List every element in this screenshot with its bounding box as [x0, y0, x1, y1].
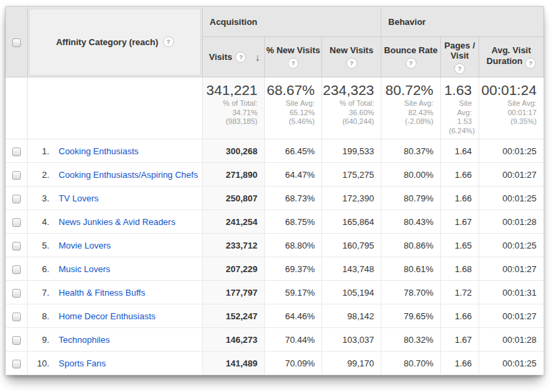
category-link[interactable]: Home Decor Enthusiasts — [59, 311, 156, 321]
table-row: 3.TV Lovers 250,807 68.73% 172,390 80.79… — [6, 187, 544, 210]
avg-visit-duration-cell: 00:01:28 — [479, 210, 544, 234]
row-checkbox[interactable] — [12, 336, 21, 345]
row-rank: 1. — [33, 146, 49, 156]
row-rank: 6. — [33, 264, 49, 274]
pct-new-visits-cell: 64.46% — [265, 304, 322, 328]
column-header-new-visits[interactable]: New Visits ? — [322, 37, 381, 77]
row-checkbox[interactable] — [12, 171, 21, 180]
column-header-pct-new-visits[interactable]: % New Visits ? — [265, 37, 322, 77]
help-icon[interactable]: ? — [454, 63, 465, 74]
pages-visit-cell: 1.66 — [441, 187, 479, 210]
bounce-rate-cell: 80.37% — [381, 139, 441, 163]
row-checkbox[interactable] — [12, 265, 21, 274]
row-checkbox-cell — [6, 352, 28, 375]
select-all-checkbox[interactable] — [12, 38, 21, 47]
category-link[interactable]: Cooking Enthusiasts/Aspiring Chefs — [59, 170, 198, 180]
row-checkbox[interactable] — [12, 289, 21, 298]
avg-visit-duration-cell: 00:01:27 — [479, 304, 544, 328]
new-visits-cell: 172,390 — [322, 187, 381, 210]
visits-cell: 241,254 — [203, 210, 265, 234]
table-row: 9.Technophiles 146,273 70.44% 103,037 80… — [6, 328, 544, 352]
summary-pct-new-visits-sub: Site Avg:65.12%(5.46%) — [265, 99, 315, 127]
row-checkbox-cell — [6, 234, 28, 257]
column-header-affinity-category[interactable]: Affinity Category (reach) ? — [28, 7, 203, 77]
table-row: 2.Cooking Enthusiasts/Aspiring Chefs 271… — [6, 163, 544, 187]
sort-descending-icon[interactable]: ↓ — [255, 51, 261, 63]
category-link[interactable]: TV Lovers — [59, 193, 98, 203]
category-cell: 5.Movie Lovers — [28, 234, 203, 257]
row-checkbox-cell — [6, 139, 28, 163]
bounce-rate-cell: 80.70% — [381, 352, 441, 375]
help-icon[interactable]: ? — [525, 58, 536, 69]
avg-visit-duration-cell: 00:01:25 — [479, 352, 544, 375]
summary-pct-new-visits: 68.67% Site Avg:65.12%(5.46%) — [265, 77, 322, 139]
pages-visit-cell: 1.67 — [441, 328, 479, 352]
column-header-visits[interactable]: Visits ? ↓ — [203, 37, 265, 77]
row-rank: 7. — [33, 288, 49, 298]
group-header-behavior: Behavior — [381, 7, 544, 37]
new-visits-cell: 199,533 — [322, 139, 381, 163]
category-link[interactable]: Sports Fans — [59, 358, 106, 368]
category-link[interactable]: Technophiles — [59, 335, 110, 345]
visits-cell: 271,890 — [203, 163, 265, 187]
row-rank: 4. — [33, 217, 49, 227]
row-checkbox[interactable] — [12, 195, 21, 203]
summary-bounce-rate-value: 80.72% — [381, 82, 433, 98]
pages-visit-cell: 1.68 — [441, 257, 479, 281]
pct-new-visits-cell: 69.37% — [265, 257, 322, 281]
column-header-bounce-rate[interactable]: Bounce Rate ? — [381, 37, 441, 77]
row-checkbox-cell — [6, 328, 28, 352]
affinity-category-table: Affinity Category (reach) ? Acquisition … — [5, 6, 544, 375]
row-checkbox[interactable] — [12, 218, 21, 227]
new-visits-cell: 105,194 — [322, 281, 381, 304]
pct-new-visits-cell: 59.17% — [265, 281, 322, 304]
category-link[interactable]: Cooking Enthusiasts — [59, 146, 139, 156]
category-link[interactable]: Music Lovers — [59, 264, 111, 274]
group-header-acquisition: Acquisition — [203, 7, 381, 37]
category-link[interactable]: Health & Fitness Buffs — [59, 288, 145, 298]
summary-avg-visit-duration-value: 00:01:24 — [479, 82, 536, 98]
pages-visit-cell: 1.72 — [441, 281, 479, 304]
avg-visit-duration-cell: 00:01:25 — [479, 234, 544, 257]
category-cell: 1.Cooking Enthusiasts — [28, 139, 203, 163]
category-cell: 9.Technophiles — [28, 328, 203, 352]
avg-visit-duration-label: Avg. Visit Duration — [487, 45, 531, 66]
acquisition-label: Acquisition — [210, 17, 257, 27]
help-icon[interactable]: ? — [346, 58, 357, 69]
table-row: 10.Sports Fans 141,489 70.09% 99,170 80.… — [6, 352, 544, 375]
help-icon[interactable]: ? — [163, 36, 174, 47]
row-checkbox-cell — [6, 281, 28, 304]
row-rank: 5. — [33, 240, 49, 251]
help-icon[interactable]: ? — [288, 58, 299, 69]
row-checkbox[interactable] — [12, 242, 21, 251]
visits-cell: 146,273 — [203, 328, 265, 352]
summary-avg-visit-duration: 00:01:24 Site Avg:00:01:17(9.35%) — [479, 77, 544, 139]
avg-visit-duration-cell: 00:01:31 — [479, 281, 544, 304]
visits-cell: 141,489 — [203, 352, 265, 375]
new-visits-label: New Visits — [330, 45, 373, 55]
summary-visits-value: 341,221 — [203, 82, 257, 98]
affinity-category-label: Affinity Category (reach) — [56, 37, 158, 47]
row-checkbox[interactable] — [12, 313, 21, 321]
visits-cell: 300,268 — [203, 139, 265, 163]
pages-visit-cell: 1.65 — [441, 234, 479, 257]
row-checkbox[interactable] — [12, 148, 21, 156]
bounce-rate-cell: 80.61% — [381, 257, 441, 281]
category-cell: 6.Music Lovers — [28, 257, 203, 281]
row-checkbox[interactable] — [12, 360, 21, 368]
column-header-pages-visit[interactable]: Pages / Visit ? — [441, 37, 479, 77]
pages-visit-cell: 1.67 — [441, 210, 479, 234]
column-header-avg-visit-duration[interactable]: Avg. Visit Duration? — [479, 37, 544, 77]
category-cell: 3.TV Lovers — [28, 187, 203, 210]
pct-new-visits-cell: 68.80% — [265, 234, 322, 257]
visits-cell: 250,807 — [203, 187, 265, 210]
help-icon[interactable]: ? — [235, 52, 246, 63]
category-link[interactable]: News Junkies & Avid Readers — [59, 217, 175, 227]
table-row: 4.News Junkies & Avid Readers 241,254 68… — [6, 210, 544, 234]
new-visits-cell: 165,864 — [322, 210, 381, 234]
row-checkbox-cell — [6, 304, 28, 328]
pages-visit-label: Pages / Visit — [441, 40, 478, 61]
bounce-rate-cell: 80.43% — [381, 210, 441, 234]
category-link[interactable]: Movie Lovers — [59, 240, 111, 251]
help-icon[interactable]: ? — [406, 58, 417, 69]
